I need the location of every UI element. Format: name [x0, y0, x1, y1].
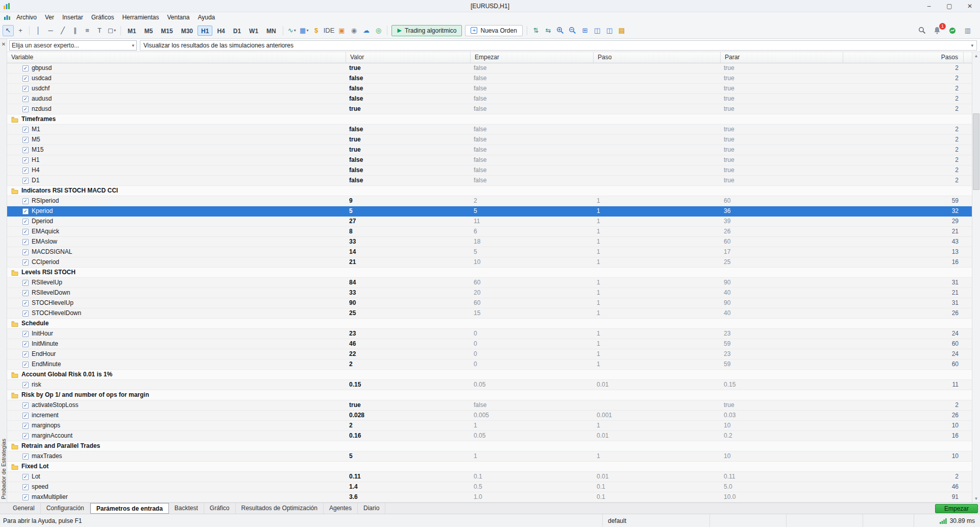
- row-checkbox[interactable]: ✓: [22, 147, 29, 153]
- param-row[interactable]: ✓RSIperiod9216059: [7, 196, 980, 206]
- column-header-pasos[interactable]: Pasos: [843, 52, 964, 63]
- previous-results-select[interactable]: Visualizar los resultados de las simulac…: [140, 40, 977, 51]
- menu-item-ventana[interactable]: Ventana: [163, 12, 193, 22]
- row-checkbox[interactable]: ✓: [22, 280, 29, 286]
- vertical-scrollbar[interactable]: ▲ ▼: [972, 52, 980, 502]
- param-row[interactable]: ✓RSIlevelUp846019031: [7, 278, 980, 288]
- tab-general[interactable]: General: [7, 503, 41, 514]
- profile-icon[interactable]: [947, 25, 958, 36]
- new-order-button[interactable]: + Nueva Orden: [465, 25, 522, 36]
- group-row[interactable]: Account Global Risk 0.01 is 1%: [7, 370, 980, 380]
- group-row[interactable]: Timeframes: [7, 114, 980, 125]
- param-row[interactable]: ✓gbpusdtruefalsetrue2: [7, 63, 980, 74]
- param-row[interactable]: ✓M5truefalsetrue2: [7, 135, 980, 145]
- start-button[interactable]: Empezar: [935, 504, 978, 513]
- param-row[interactable]: ✓usdchffalsefalsetrue2: [7, 84, 980, 94]
- algo-trading-button[interactable]: ▶ Trading algoritmico: [391, 25, 462, 36]
- market-icon[interactable]: ▣: [336, 25, 347, 36]
- param-row[interactable]: ✓D1falsefalsetrue2: [7, 176, 980, 186]
- search-icon[interactable]: [916, 25, 927, 36]
- timeframe-mn[interactable]: MN: [263, 26, 280, 36]
- row-checkbox[interactable]: ✓: [22, 86, 29, 92]
- ide-button[interactable]: IDE: [323, 25, 335, 36]
- row-checkbox[interactable]: ✓: [22, 290, 29, 296]
- param-row[interactable]: ✓H1falsefalsetrue2: [7, 155, 980, 165]
- scrollbar-thumb[interactable]: [973, 113, 979, 190]
- close-button[interactable]: ✕: [960, 0, 980, 12]
- timeframe-d1[interactable]: D1: [230, 26, 244, 36]
- param-row[interactable]: ✓H4falsefalsetrue2: [7, 165, 980, 176]
- column-header-valor[interactable]: Valor: [346, 52, 471, 63]
- menu-item-insertar[interactable]: Insertar: [58, 12, 87, 22]
- tab-resultados-de-optimizaci-n[interactable]: Resultados de Optimización: [236, 503, 324, 514]
- row-checkbox[interactable]: ✓: [22, 259, 29, 266]
- column-header-empezar[interactable]: Empezar: [471, 52, 594, 63]
- param-row[interactable]: ✓STOCHlevelUp906019031: [7, 298, 980, 308]
- tab-configuraci-n[interactable]: Configuración: [41, 503, 90, 514]
- zoom-in-icon[interactable]: [555, 25, 566, 36]
- chart-autoscroll-icon[interactable]: ⇆: [543, 25, 554, 36]
- community-icon[interactable]: ◎: [373, 25, 384, 36]
- row-checkbox[interactable]: ✓: [22, 413, 29, 419]
- tile-horizontal-icon[interactable]: ◫: [592, 25, 603, 36]
- zoom-out-icon[interactable]: [567, 25, 578, 36]
- row-checkbox[interactable]: ✓: [22, 382, 29, 388]
- param-row[interactable]: ✓EndHour22012324: [7, 349, 980, 360]
- row-checkbox[interactable]: ✓: [22, 484, 29, 490]
- minimize-button[interactable]: –: [919, 0, 939, 12]
- status-profile[interactable]: default: [602, 514, 709, 527]
- row-checkbox[interactable]: ✓: [22, 65, 29, 71]
- group-row[interactable]: Indicators RSI STOCH MACD CCI: [7, 186, 980, 196]
- status-connection[interactable]: 30.89 ms: [914, 514, 980, 527]
- param-row[interactable]: ✓Kperiod5513632: [7, 206, 980, 217]
- cursor-tool-icon[interactable]: ↖: [3, 25, 14, 36]
- crosshair-tool-icon[interactable]: +: [15, 25, 26, 36]
- horizontal-line-tool-icon[interactable]: ─: [45, 25, 56, 36]
- group-row[interactable]: Levels RSI STOCH: [7, 268, 980, 278]
- param-row[interactable]: ✓RSIlevelDown332014021: [7, 288, 980, 298]
- cloud-icon[interactable]: ☁: [360, 25, 372, 36]
- param-row[interactable]: ✓M15truefalsetrue2: [7, 145, 980, 155]
- param-row[interactable]: ✓M1falsefalsetrue2: [7, 125, 980, 135]
- param-row[interactable]: ✓speed1.40.50.15.046: [7, 482, 980, 492]
- param-row[interactable]: ✓marginAccount0.160.050.010.216: [7, 431, 980, 441]
- param-row[interactable]: ✓marginops2111010: [7, 421, 980, 431]
- row-checkbox[interactable]: ✓: [22, 178, 29, 184]
- row-checkbox[interactable]: ✓: [22, 127, 29, 133]
- param-row[interactable]: ✓activateStopLosstruefalsetrue2: [7, 400, 980, 411]
- timeframe-h1[interactable]: H1: [198, 26, 212, 36]
- menu-item-ayuda[interactable]: Ayuda: [193, 12, 219, 22]
- param-row[interactable]: ✓maxTrades5111010: [7, 451, 980, 462]
- row-checkbox[interactable]: ✓: [22, 351, 29, 357]
- row-checkbox[interactable]: ✓: [22, 157, 29, 163]
- notifications-bell-icon[interactable]: 1: [932, 25, 943, 36]
- vertical-line-tool-icon[interactable]: │: [33, 25, 44, 36]
- close-panel-icon[interactable]: ✕: [1, 41, 7, 47]
- scroll-up-icon[interactable]: ▲: [972, 52, 980, 60]
- param-row[interactable]: ✓EMAquick8612621: [7, 227, 980, 237]
- timeframe-h4[interactable]: H4: [213, 26, 228, 36]
- row-checkbox[interactable]: ✓: [22, 341, 29, 347]
- row-checkbox[interactable]: ✓: [22, 229, 29, 235]
- group-row[interactable]: Fixed Lot: [7, 462, 980, 472]
- param-row[interactable]: ✓EMAslow331816043: [7, 237, 980, 247]
- timeframe-m5[interactable]: M5: [141, 26, 157, 36]
- row-checkbox[interactable]: ✓: [22, 310, 29, 317]
- tab-diario[interactable]: Diario: [358, 503, 385, 514]
- row-checkbox[interactable]: ✓: [22, 474, 29, 480]
- row-checkbox[interactable]: ✓: [22, 423, 29, 429]
- row-checkbox[interactable]: ✓: [22, 76, 29, 82]
- param-row[interactable]: ✓maxMultiplier3.61.00.110.091: [7, 492, 980, 502]
- row-checkbox[interactable]: ✓: [22, 208, 29, 214]
- menu-item-archivo[interactable]: Archivo: [12, 12, 41, 22]
- param-row[interactable]: ✓risk0.150.050.010.1511: [7, 380, 980, 390]
- menu-item-gr-ficos[interactable]: Gráficos: [87, 12, 118, 22]
- maximize-button[interactable]: ▢: [939, 0, 960, 12]
- column-header-paso[interactable]: Paso: [594, 52, 721, 63]
- data-window-icon[interactable]: ▤: [616, 25, 627, 36]
- param-row[interactable]: ✓EndMinute2015960: [7, 360, 980, 370]
- tab-agentes[interactable]: Agentes: [324, 503, 358, 514]
- group-row[interactable]: Retrain and Parallel Trades: [7, 441, 980, 451]
- tile-vertical-icon[interactable]: ◫: [604, 25, 615, 36]
- fibonacci-tool-icon[interactable]: ≡: [82, 25, 93, 36]
